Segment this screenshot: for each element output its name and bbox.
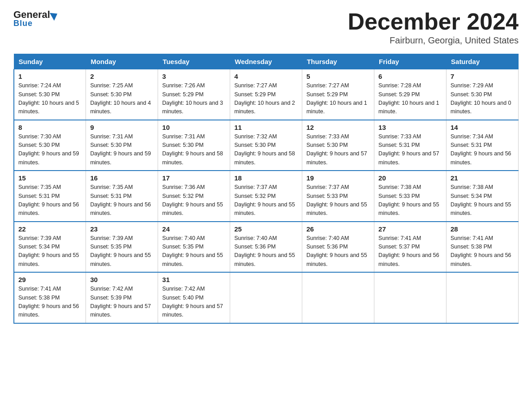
calendar-cell: 15Sunrise: 7:35 AMSunset: 5:31 PMDayligh…	[14, 171, 86, 222]
day-of-week-header: Tuesday	[158, 54, 230, 69]
day-info: Sunrise: 7:38 AMSunset: 5:34 PMDaylight:…	[450, 183, 514, 218]
calendar-cell	[302, 272, 374, 323]
day-info: Sunrise: 7:36 AMSunset: 5:32 PMDaylight:…	[162, 183, 226, 218]
day-info: Sunrise: 7:25 AMSunset: 5:30 PMDaylight:…	[90, 81, 154, 116]
day-number: 23	[90, 225, 154, 233]
calendar-week-row: 22Sunrise: 7:39 AMSunset: 5:34 PMDayligh…	[14, 222, 519, 273]
calendar-cell: 4Sunrise: 7:27 AMSunset: 5:29 PMDaylight…	[230, 69, 302, 120]
day-of-week-header: Friday	[374, 54, 446, 69]
calendar-cell: 6Sunrise: 7:28 AMSunset: 5:29 PMDaylight…	[374, 69, 446, 120]
calendar-cell: 21Sunrise: 7:38 AMSunset: 5:34 PMDayligh…	[446, 171, 519, 222]
calendar-cell: 29Sunrise: 7:41 AMSunset: 5:38 PMDayligh…	[14, 272, 86, 323]
day-info: Sunrise: 7:27 AMSunset: 5:29 PMDaylight:…	[306, 81, 370, 116]
calendar-cell: 31Sunrise: 7:42 AMSunset: 5:40 PMDayligh…	[158, 272, 230, 323]
day-info: Sunrise: 7:40 AMSunset: 5:36 PMDaylight:…	[234, 234, 298, 269]
day-info: Sunrise: 7:34 AMSunset: 5:31 PMDaylight:…	[450, 133, 514, 167]
day-of-week-header: Sunday	[14, 54, 86, 69]
day-info: Sunrise: 7:35 AMSunset: 5:31 PMDaylight:…	[90, 183, 154, 218]
day-number: 1	[18, 73, 82, 80]
calendar-week-row: 1Sunrise: 7:24 AMSunset: 5:30 PMDaylight…	[14, 69, 519, 120]
day-info: Sunrise: 7:40 AMSunset: 5:36 PMDaylight:…	[306, 234, 370, 269]
day-info: Sunrise: 7:39 AMSunset: 5:34 PMDaylight:…	[18, 234, 82, 269]
day-number: 11	[234, 124, 298, 131]
day-number: 15	[18, 174, 82, 182]
day-info: Sunrise: 7:39 AMSunset: 5:35 PMDaylight:…	[90, 234, 154, 269]
calendar-cell: 22Sunrise: 7:39 AMSunset: 5:34 PMDayligh…	[14, 222, 86, 273]
calendar-cell: 14Sunrise: 7:34 AMSunset: 5:31 PMDayligh…	[446, 120, 519, 171]
day-number: 25	[234, 225, 298, 233]
day-number: 31	[162, 276, 226, 283]
day-info: Sunrise: 7:26 AMSunset: 5:29 PMDaylight:…	[162, 81, 226, 116]
calendar-cell	[374, 272, 446, 323]
day-info: Sunrise: 7:32 AMSunset: 5:30 PMDaylight:…	[234, 133, 298, 167]
day-number: 19	[306, 174, 370, 182]
calendar-cell: 16Sunrise: 7:35 AMSunset: 5:31 PMDayligh…	[86, 171, 158, 222]
day-number: 12	[306, 124, 370, 131]
day-info: Sunrise: 7:31 AMSunset: 5:30 PMDaylight:…	[162, 133, 226, 167]
day-info: Sunrise: 7:33 AMSunset: 5:30 PMDaylight:…	[306, 133, 370, 167]
day-info: Sunrise: 7:30 AMSunset: 5:30 PMDaylight:…	[18, 133, 82, 167]
day-info: Sunrise: 7:31 AMSunset: 5:30 PMDaylight:…	[90, 133, 154, 167]
day-info: Sunrise: 7:38 AMSunset: 5:33 PMDaylight:…	[378, 183, 442, 218]
day-number: 16	[90, 174, 154, 182]
day-of-week-header: Saturday	[446, 54, 519, 69]
calendar-cell: 17Sunrise: 7:36 AMSunset: 5:32 PMDayligh…	[158, 171, 230, 222]
calendar-cell: 5Sunrise: 7:27 AMSunset: 5:29 PMDaylight…	[302, 69, 374, 120]
day-number: 6	[378, 73, 442, 80]
day-number: 21	[450, 174, 514, 182]
day-info: Sunrise: 7:27 AMSunset: 5:29 PMDaylight:…	[234, 81, 298, 116]
day-info: Sunrise: 7:35 AMSunset: 5:31 PMDaylight:…	[18, 183, 82, 218]
calendar-cell: 8Sunrise: 7:30 AMSunset: 5:30 PMDaylight…	[14, 120, 86, 171]
day-info: Sunrise: 7:29 AMSunset: 5:30 PMDaylight:…	[450, 81, 514, 116]
day-info: Sunrise: 7:40 AMSunset: 5:35 PMDaylight:…	[162, 234, 226, 269]
calendar-cell	[446, 272, 519, 323]
day-number: 2	[90, 73, 154, 80]
day-number: 29	[18, 276, 82, 283]
location: Fairburn, Georgia, United States	[348, 35, 519, 46]
day-number: 17	[162, 174, 226, 182]
logo: General Blue	[13, 9, 58, 28]
calendar-week-row: 29Sunrise: 7:41 AMSunset: 5:38 PMDayligh…	[14, 272, 519, 323]
day-info: Sunrise: 7:28 AMSunset: 5:29 PMDaylight:…	[378, 81, 442, 116]
logo-sub: Blue	[13, 19, 33, 28]
calendar-cell: 7Sunrise: 7:29 AMSunset: 5:30 PMDaylight…	[446, 69, 519, 120]
day-number: 27	[378, 225, 442, 233]
day-number: 9	[90, 124, 154, 131]
calendar-cell: 18Sunrise: 7:37 AMSunset: 5:32 PMDayligh…	[230, 171, 302, 222]
day-number: 5	[306, 73, 370, 80]
day-of-week-header: Monday	[86, 54, 158, 69]
day-info: Sunrise: 7:41 AMSunset: 5:38 PMDaylight:…	[18, 285, 82, 320]
day-number: 4	[234, 73, 298, 80]
calendar-cell: 9Sunrise: 7:31 AMSunset: 5:30 PMDaylight…	[86, 120, 158, 171]
day-info: Sunrise: 7:42 AMSunset: 5:39 PMDaylight:…	[90, 285, 154, 320]
calendar-header-row: SundayMondayTuesdayWednesdayThursdayFrid…	[14, 54, 519, 69]
calendar-cell: 26Sunrise: 7:40 AMSunset: 5:36 PMDayligh…	[302, 222, 374, 273]
calendar-cell: 28Sunrise: 7:41 AMSunset: 5:38 PMDayligh…	[446, 222, 519, 273]
day-number: 22	[18, 225, 82, 233]
calendar-cell: 2Sunrise: 7:25 AMSunset: 5:30 PMDaylight…	[86, 69, 158, 120]
calendar-cell: 27Sunrise: 7:41 AMSunset: 5:37 PMDayligh…	[374, 222, 446, 273]
calendar-cell: 23Sunrise: 7:39 AMSunset: 5:35 PMDayligh…	[86, 222, 158, 273]
page-header: General Blue December 2024 Fairburn, Geo…	[13, 9, 519, 46]
calendar-cell: 1Sunrise: 7:24 AMSunset: 5:30 PMDaylight…	[14, 69, 86, 120]
calendar-cell: 10Sunrise: 7:31 AMSunset: 5:30 PMDayligh…	[158, 120, 230, 171]
day-number: 30	[90, 276, 154, 283]
day-number: 7	[450, 73, 514, 80]
day-of-week-header: Thursday	[302, 54, 374, 69]
calendar-week-row: 8Sunrise: 7:30 AMSunset: 5:30 PMDaylight…	[14, 120, 519, 171]
calendar-cell: 11Sunrise: 7:32 AMSunset: 5:30 PMDayligh…	[230, 120, 302, 171]
day-info: Sunrise: 7:42 AMSunset: 5:40 PMDaylight:…	[162, 285, 226, 320]
calendar-cell	[230, 272, 302, 323]
day-of-week-header: Wednesday	[230, 54, 302, 69]
day-number: 26	[306, 225, 370, 233]
day-info: Sunrise: 7:41 AMSunset: 5:37 PMDaylight:…	[378, 234, 442, 269]
calendar-cell: 13Sunrise: 7:33 AMSunset: 5:31 PMDayligh…	[374, 120, 446, 171]
calendar-cell: 3Sunrise: 7:26 AMSunset: 5:29 PMDaylight…	[158, 69, 230, 120]
day-info: Sunrise: 7:33 AMSunset: 5:31 PMDaylight:…	[378, 133, 442, 167]
calendar-cell: 19Sunrise: 7:37 AMSunset: 5:33 PMDayligh…	[302, 171, 374, 222]
day-number: 18	[234, 174, 298, 182]
day-number: 20	[378, 174, 442, 182]
day-number: 28	[450, 225, 514, 233]
calendar-cell: 20Sunrise: 7:38 AMSunset: 5:33 PMDayligh…	[374, 171, 446, 222]
calendar-body: 1Sunrise: 7:24 AMSunset: 5:30 PMDaylight…	[14, 69, 519, 323]
